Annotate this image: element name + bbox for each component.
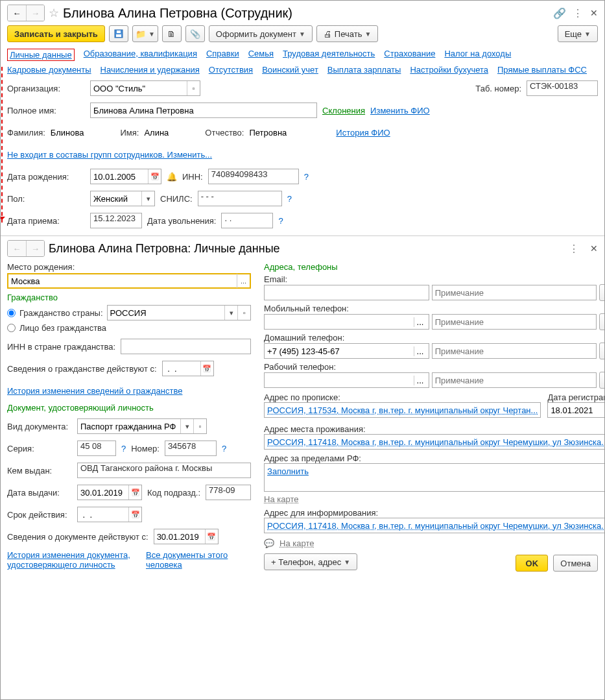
change-fio-link[interactable]: Изменить ФИО xyxy=(370,106,430,115)
tab-family[interactable]: Семья xyxy=(248,49,274,61)
doc-history-link[interactable]: История изменения документа, удостоверяю… xyxy=(7,550,137,570)
tab-fss-payments[interactable]: Прямые выплаты ФСС xyxy=(497,65,587,75)
dropdown-icon[interactable]: ▾ xyxy=(141,191,154,206)
birthplace-input[interactable]: ... xyxy=(7,273,251,289)
tab-references[interactable]: Справки xyxy=(206,49,239,61)
attach-button[interactable]: 📎 xyxy=(185,25,205,42)
radio-country[interactable] xyxy=(7,309,16,317)
calendar-icon[interactable]: 📅 xyxy=(200,361,213,376)
tab-employment[interactable]: Трудовая деятельность xyxy=(283,49,375,61)
email-note-input[interactable] xyxy=(432,285,597,300)
forward-button[interactable]: → xyxy=(26,241,44,256)
close-icon[interactable]: ✕ xyxy=(590,8,598,18)
cancel-button[interactable]: Отмена xyxy=(553,555,598,572)
help-icon[interactable]: ? xyxy=(222,444,226,453)
save-button[interactable] xyxy=(109,25,128,42)
ellipsis-icon[interactable]: ... xyxy=(414,346,426,356)
ok-button[interactable]: OK xyxy=(516,555,548,572)
tab-salary-payment[interactable]: Выплата зарплаты xyxy=(327,65,401,75)
groups-link[interactable]: Не входит в составы групп сотрудников. И… xyxy=(7,150,212,160)
work-note-input[interactable] xyxy=(432,372,597,388)
tab-personal-data[interactable]: Личные данные xyxy=(7,49,75,61)
inform-addr-input[interactable]: РОССИЯ, 117418, Москва г, вн.тер. г. мун… xyxy=(264,518,605,533)
on-map-link[interactable]: На карте xyxy=(279,538,314,548)
email-send-button[interactable]: ✉ xyxy=(599,284,605,301)
bell-icon[interactable]: 🔔 xyxy=(167,172,177,182)
ellipsis-icon[interactable]: ... xyxy=(237,274,250,288)
close-icon[interactable]: ✕ xyxy=(590,243,598,254)
help-icon[interactable]: ? xyxy=(278,216,283,226)
calendar-icon[interactable]: 📅 xyxy=(205,529,218,544)
print-button[interactable]: 🖨 Печать ▼ xyxy=(316,25,379,42)
home-note-input[interactable] xyxy=(432,343,597,359)
foreign-addr-input[interactable]: Заполнить xyxy=(264,463,605,492)
reg-date-input[interactable]: 📅 xyxy=(547,402,605,418)
call-button[interactable]: 📞 xyxy=(599,313,605,330)
citiz-from-input[interactable]: 📅 xyxy=(162,361,214,376)
calendar-icon[interactable]: 📅 xyxy=(128,507,141,522)
tab-accounting-settings[interactable]: Настройки бухучета xyxy=(410,65,488,75)
radio-stateless[interactable] xyxy=(7,324,16,332)
tab-education[interactable]: Образование, квалификация xyxy=(84,49,197,61)
calendar-icon[interactable]: 📅 xyxy=(148,169,161,184)
document-button[interactable]: 🗎 xyxy=(162,25,182,42)
expiry-input[interactable]: 📅 xyxy=(77,507,142,522)
citiz-history-link[interactable]: История изменения сведений о гражданстве xyxy=(7,386,182,396)
fullname-input[interactable] xyxy=(90,103,317,118)
ellipsis-icon[interactable]: ... xyxy=(414,376,426,385)
email-input[interactable] xyxy=(264,285,429,300)
snils-input[interactable]: - - - xyxy=(198,191,282,206)
tab-insurance[interactable]: Страхование xyxy=(384,49,435,61)
ellipsis-icon[interactable]: ... xyxy=(414,317,426,327)
history-fio-link[interactable]: История ФИО xyxy=(336,128,390,138)
kebab-menu-icon[interactable]: ⋮ xyxy=(569,243,580,255)
open-ref-icon[interactable]: ▫ xyxy=(187,81,200,95)
org-input[interactable]: ▫ xyxy=(90,80,200,96)
help-icon[interactable]: ? xyxy=(121,444,126,453)
inn-country-input[interactable] xyxy=(121,339,251,354)
more-button[interactable]: Еще ▼ xyxy=(558,25,598,42)
tab-hr-docs[interactable]: Кадровые документы xyxy=(7,65,91,75)
dropdown-icon[interactable]: ▾ xyxy=(180,419,193,433)
inn-input[interactable]: 740894098433 xyxy=(208,169,299,184)
dropdown-icon[interactable]: ▾ xyxy=(224,306,237,320)
mobile-input[interactable]: ... xyxy=(264,314,429,330)
issued-date-input[interactable]: 📅 xyxy=(77,485,142,500)
folder-button[interactable]: 📁▼ xyxy=(132,25,158,42)
tab-military[interactable]: Воинский учет xyxy=(262,65,318,75)
tab-income-tax[interactable]: Налог на доходы xyxy=(444,49,511,61)
live-addr-input[interactable]: РОССИЯ, 117418, Москва г, вн.тер. г. мун… xyxy=(264,434,605,450)
series-input[interactable]: 45 08 xyxy=(77,441,116,456)
tabnum-input[interactable]: СТЭК-00183 xyxy=(527,80,598,96)
save-close-button[interactable]: Записать и закрыть xyxy=(7,25,105,42)
fill-link[interactable]: Заполнить xyxy=(267,466,309,476)
call-button[interactable]: 📞 xyxy=(599,343,605,359)
forward-button[interactable]: → xyxy=(26,5,44,21)
home-phone-input[interactable]: ... xyxy=(264,343,429,359)
all-docs-link[interactable]: Все документы этого человека xyxy=(146,550,251,570)
dept-code-input[interactable]: 778-09 xyxy=(206,485,251,500)
tab-absences[interactable]: Отсутствия xyxy=(209,65,253,75)
calendar-icon[interactable]: 📅 xyxy=(128,485,141,500)
tab-accruals[interactable]: Начисления и удержания xyxy=(101,65,200,75)
number-input[interactable]: 345678 xyxy=(165,441,217,456)
kebab-menu-icon[interactable]: ⋮ xyxy=(573,7,584,19)
on-map-link[interactable]: На карте xyxy=(264,494,298,504)
back-button[interactable]: ← xyxy=(8,241,26,256)
open-ref-icon[interactable]: ▫ xyxy=(193,419,206,433)
open-ref-icon[interactable]: ▫ xyxy=(237,306,250,320)
doctype-select[interactable]: ▾▫ xyxy=(77,418,207,434)
back-button[interactable]: ← xyxy=(8,5,26,21)
doc-from-input[interactable]: 📅 xyxy=(154,529,219,544)
star-icon[interactable]: ☆ xyxy=(49,6,59,20)
mobile-note-input[interactable] xyxy=(432,314,597,330)
link-icon[interactable]: 🔗 xyxy=(553,7,566,19)
format-doc-button[interactable]: Оформить документ ▼ xyxy=(209,25,313,42)
call-button[interactable]: 📞 xyxy=(599,372,605,389)
birth-input[interactable]: 📅 xyxy=(90,169,161,184)
help-icon[interactable]: ? xyxy=(287,194,292,204)
help-icon[interactable]: ? xyxy=(304,172,309,182)
country-select[interactable]: ▾ ▫ xyxy=(107,305,252,320)
declension-link[interactable]: Склонения xyxy=(322,106,365,115)
gender-select[interactable]: ▾ xyxy=(90,191,155,206)
